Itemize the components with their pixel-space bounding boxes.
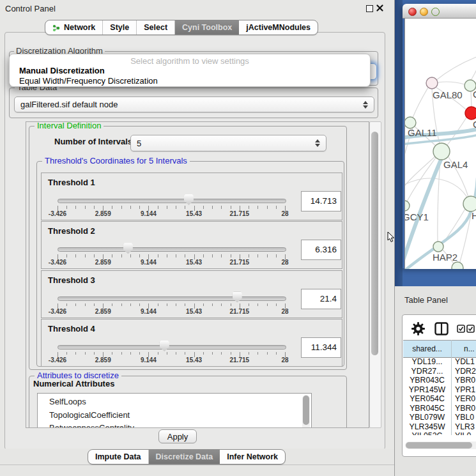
popup-option-equal-width-frequency[interactable]: Equal Width/Frequency Discretization: [10, 76, 370, 86]
cell-name[interactable]: YLR3: [451, 422, 476, 432]
threshold-value-field[interactable]: 21.4: [301, 289, 341, 309]
cell-shared-name[interactable]: YBR043C: [403, 376, 451, 385]
checkbox-icon[interactable]: [466, 325, 475, 333]
slider-tick-labels: -3.4262.8599.14415.4321.71528: [58, 357, 285, 364]
list-scrollbar[interactable]: [302, 395, 310, 428]
network-window[interactable]: GAL80 GA C GAL11 GAL4 GCY1 H HAP2: [403, 4, 476, 268]
cell-name[interactable]: YBR0: [451, 404, 476, 413]
table-row[interactable]: YPR145WYPR1: [403, 385, 476, 395]
network-window-titlebar[interactable]: [403, 4, 476, 19]
tab-network[interactable]: Network: [45, 20, 103, 35]
attribute-list-item[interactable]: SelfLoops: [49, 395, 266, 408]
table-row[interactable]: YBR045CYBR0: [403, 404, 476, 413]
node-hap2[interactable]: [433, 242, 443, 252]
table-row[interactable]: YDR27...YDR2: [403, 367, 476, 376]
float-window-icon[interactable]: [366, 5, 373, 12]
node-bottom[interactable]: [452, 262, 463, 269]
split-columns-icon[interactable]: [434, 322, 449, 335]
cell-shared-name[interactable]: YDR27...: [403, 367, 451, 376]
close-traffic-light[interactable]: [408, 8, 417, 16]
tick-label: 21.715: [219, 210, 260, 217]
cell-name[interactable]: YDL1: [451, 357, 476, 367]
attribute-list-item[interactable]: BetweennessCentrality: [49, 422, 266, 428]
node-highlighted[interactable]: [465, 107, 476, 119]
attribute-list-item[interactable]: TopologicalCoefficient: [49, 409, 266, 422]
tab-infer-network[interactable]: Infer Network: [220, 450, 285, 464]
zoom-traffic-light[interactable]: [431, 8, 440, 16]
column-divider: [451, 340, 452, 435]
tab-select[interactable]: Select: [137, 20, 175, 35]
label-ga: GA: [473, 89, 476, 100]
tab-impute-data[interactable]: Impute Data: [88, 450, 149, 464]
algorithm-popup: Select algorithm to view settings Manual…: [9, 54, 371, 87]
number-of-intervals-combo[interactable]: 5: [130, 135, 326, 151]
tab-discretize-data[interactable]: Discretize Data: [149, 450, 220, 464]
network-canvas[interactable]: GAL80 GA C GAL11 GAL4 GCY1 H HAP2: [404, 19, 476, 269]
threshold-slider-thumb[interactable]: [184, 194, 194, 205]
cell-shared-name[interactable]: YBL079W: [403, 413, 451, 422]
table-row[interactable]: YLR345WYLR3: [403, 422, 476, 432]
threshold-slider-thumb[interactable]: [160, 341, 169, 351]
cell-shared-name[interactable]: YER054C: [403, 394, 451, 404]
tick-label: 15.43: [174, 210, 215, 217]
apply-button[interactable]: Apply: [158, 429, 197, 443]
table-row[interactable]: YBL079WYBL0: [403, 413, 476, 422]
table-horizontal-scrollbar[interactable]: [405, 441, 476, 449]
cell-name[interactable]: YER0: [451, 394, 476, 404]
gear-icon[interactable]: [411, 322, 425, 335]
tab-label: Infer Network: [227, 452, 278, 461]
node-gal4[interactable]: [433, 143, 450, 160]
network-icon: [52, 24, 61, 32]
cell-shared-name[interactable]: YIL052C: [403, 431, 451, 435]
threshold-label: Threshold 1: [48, 178, 95, 187]
slider-tick-labels: -3.4262.8599.14415.4321.71528: [58, 308, 285, 316]
threshold-slider-track[interactable]: [58, 247, 286, 252]
panel-title: Control Panel: [5, 4, 56, 13]
cell-shared-name[interactable]: YLR345W: [403, 422, 451, 432]
minimize-traffic-light[interactable]: [420, 8, 428, 16]
popup-option-manual-discretization[interactable]: Manual Discretization: [10, 66, 370, 75]
tab-style[interactable]: Style: [103, 20, 137, 35]
cell-name[interactable]: YPR1: [451, 385, 476, 395]
threshold-slider-thumb[interactable]: [233, 292, 242, 303]
attributes-group: Attributes to discretize Numerical Attri…: [29, 376, 347, 428]
threshold-row: Threshold 1 -3.4262.8599.14415.4321.7152…: [41, 173, 342, 220]
cell-shared-name[interactable]: YBR045C: [403, 404, 451, 413]
tab-cyni-toolbox[interactable]: Cyni Toolbox: [175, 20, 239, 35]
node-gal80[interactable]: [426, 77, 438, 89]
node-gcy1[interactable]: [405, 201, 410, 211]
cell-shared-name[interactable]: YDL19...: [403, 357, 451, 367]
threshold-slider-track[interactable]: [58, 345, 286, 349]
main-scrollbar-thumb[interactable]: [371, 132, 378, 355]
label-c: C: [473, 119, 476, 130]
table-row[interactable]: YDL19...YDL1: [403, 357, 476, 367]
slider-tick-labels: -3.4262.8599.14415.4321.71528: [58, 259, 285, 266]
column-header-name[interactable]: n...: [451, 341, 476, 357]
tab-jactivemnodules[interactable]: jActiveMNodules: [239, 20, 318, 35]
table-row[interactable]: YBR043CYBR0: [403, 376, 476, 385]
table-data-combo[interactable]: galFiltered.sif default node: [14, 96, 374, 112]
tick-label: -3.426: [37, 308, 78, 315]
cell-name[interactable]: YIL0: [451, 431, 476, 435]
cell-shared-name[interactable]: YPR145W: [403, 385, 451, 395]
threshold-value-field[interactable]: 14.713: [301, 191, 341, 211]
cell-name[interactable]: YDR2: [451, 367, 476, 376]
checkbox-icon[interactable]: [457, 325, 465, 333]
column-header-shared-name[interactable]: shared...: [403, 341, 451, 357]
table-row[interactable]: YER054CYER0: [403, 394, 476, 404]
tick-label: 2.859: [82, 210, 123, 217]
close-icon[interactable]: [376, 4, 383, 12]
threshold-slider-thumb[interactable]: [123, 243, 133, 254]
threshold-value-field[interactable]: 11.344: [301, 337, 341, 358]
table-row[interactable]: YIL052CYIL0: [403, 431, 476, 435]
main-scrollbar[interactable]: [369, 121, 381, 428]
tab-label: Cyni Toolbox: [182, 23, 232, 32]
settings-viewport: Interval Definition Number of Intervals …: [26, 121, 369, 428]
cell-name[interactable]: YBR0: [451, 376, 476, 385]
node-h[interactable]: [463, 196, 476, 211]
threshold-slider-track[interactable]: [58, 199, 286, 203]
threshold-slider-track[interactable]: [58, 296, 286, 301]
threshold-value-field[interactable]: 6.316: [301, 240, 341, 260]
cell-name[interactable]: YBL0: [451, 413, 476, 422]
numerical-attributes-list[interactable]: SelfLoopsTopologicalCoefficientBetweenne…: [37, 393, 312, 428]
